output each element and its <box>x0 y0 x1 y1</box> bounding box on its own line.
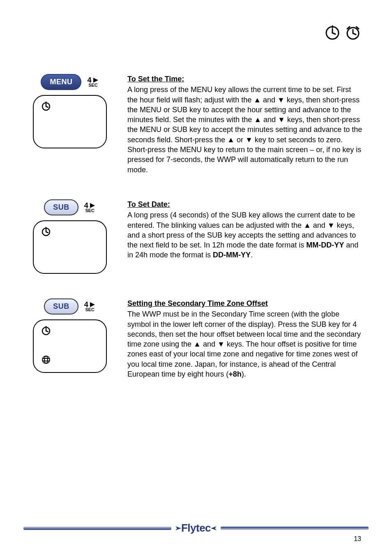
device-frame <box>33 95 107 148</box>
alarm-clock-icon <box>345 25 361 43</box>
svg-marker-9 <box>93 78 98 83</box>
body-set-time: A long press of the MENU key allows the … <box>127 85 363 175</box>
device-frame <box>33 220 107 274</box>
svg-line-6 <box>353 33 356 35</box>
text-set-offset: Setting the Secondary Time Zone Offset T… <box>127 298 363 379</box>
footer-rule-left <box>23 527 171 530</box>
illustration-set-date: SUB 4 SEC <box>29 199 111 274</box>
screen-clock-icon <box>41 326 51 338</box>
sub-button-graphic: SUB <box>44 199 78 215</box>
brand-logo: Flytec <box>171 522 221 534</box>
section-set-offset: SUB 4 SEC Setting the Secondary Time Zon… <box>29 298 363 379</box>
svg-marker-19 <box>90 302 95 307</box>
illustration-set-time: MENU 4 SEC <box>29 74 111 148</box>
page-root: MENU 4 SEC To Set the Time: A long press… <box>0 0 392 555</box>
clock-icon <box>324 25 341 43</box>
heading-set-time: To Set the Time: <box>127 74 363 84</box>
globe-icon <box>41 355 51 366</box>
svg-marker-28 <box>175 526 181 530</box>
screen-clock-icon <box>41 227 51 238</box>
svg-line-22 <box>46 331 48 332</box>
menu-button-graphic: MENU <box>41 74 81 90</box>
text-set-date: To Set Date: A long press (4 seconds) of… <box>127 199 363 260</box>
svg-marker-29 <box>211 526 217 530</box>
heading-set-offset: Setting the Secondary Time Zone Offset <box>127 298 363 308</box>
sub-button-graphic: SUB <box>44 298 78 314</box>
svg-line-2 <box>332 33 335 34</box>
header-icon-group <box>324 25 361 43</box>
heading-set-date: To Set Date: <box>127 199 363 209</box>
hold-4sec-badge: 4 SEC <box>84 301 96 312</box>
screen-clock-icon <box>41 102 51 113</box>
page-number: 13 <box>354 535 361 543</box>
body-set-offset: The WWP must be in the Secondary Time sc… <box>127 309 363 379</box>
device-frame <box>33 319 107 373</box>
hold-4sec-badge: 4 SEC <box>84 202 96 213</box>
svg-point-24 <box>42 356 50 363</box>
svg-marker-14 <box>90 203 95 208</box>
svg-line-17 <box>46 232 48 233</box>
illustration-set-offset: SUB 4 SEC <box>29 298 111 373</box>
footer: Flytec <box>0 522 392 534</box>
hold-4sec-badge: 4 SEC <box>87 77 99 87</box>
body-set-date: A long press (4 seconds) of the SUB key … <box>127 210 363 260</box>
footer-rule-right <box>221 527 369 530</box>
svg-line-12 <box>46 106 48 107</box>
svg-point-25 <box>44 356 48 363</box>
section-set-time: MENU 4 SEC To Set the Time: A long press… <box>29 74 363 175</box>
text-set-time: To Set the Time: A long press of the MEN… <box>127 74 363 175</box>
section-set-date: SUB 4 SEC To Set Date: A long press (4 s… <box>29 199 363 274</box>
